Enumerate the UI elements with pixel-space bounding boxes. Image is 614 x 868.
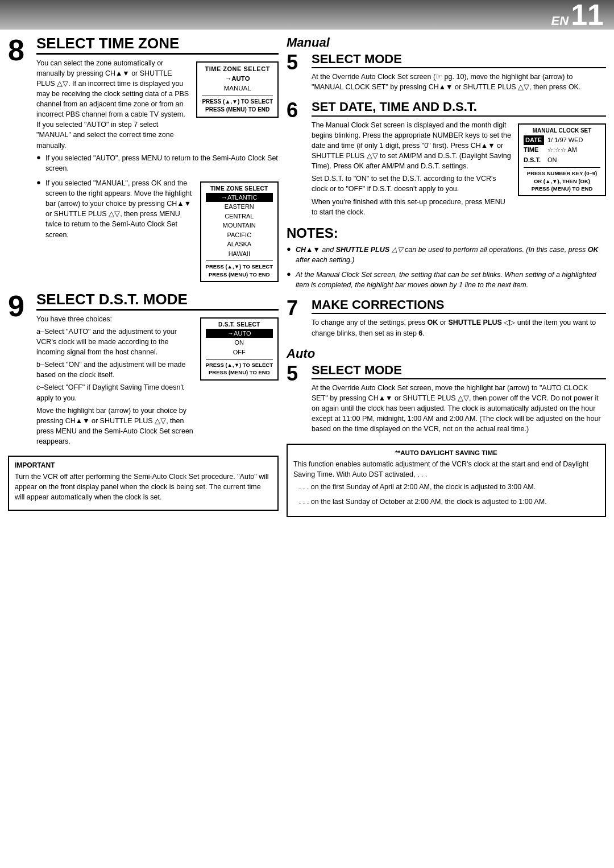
page-number: 11 (571, 0, 604, 30)
section-9-title: SELECT D.S.T. MODE (36, 291, 279, 311)
section-6-block: 6 SET DATE, TIME AND D.S.T. The Manual C… (287, 100, 606, 219)
tz-box1-footer-line2: PRESS (MENU) TO END (202, 106, 273, 114)
section-9-choice-a: a–Select "AUTO" and the adjustment to yo… (36, 326, 194, 357)
section-8-para1: You can select the zone automatically or… (36, 58, 190, 151)
dst-box-footer-line2: PRESS (MENU) TO END (206, 369, 273, 376)
mcs-time-row: TIME ☆:☆☆ AM (524, 145, 600, 155)
auto-dst-bullet1-text: . . . on the first Sunday of April at 2:… (299, 482, 536, 492)
section-9-choice-b: b–Select "ON" and the adjustment will be… (36, 359, 194, 380)
corrections-content: MAKE CORRECTIONS To change any of the se… (312, 298, 606, 340)
auto-label: Auto (287, 346, 606, 361)
section-8-bullet2-text: If you selected "MANUAL", press OK and t… (45, 178, 194, 240)
tz-box2-footer: PRESS (▲,▼) TO SELECT PRESS (MENU) TO EN… (206, 261, 273, 278)
tz-select-box-1: TIME ZONE SELECT →AUTO MANUAL PRESS (▲,▼… (196, 61, 279, 118)
tz-box2-arrow: →ATLANTIC (206, 193, 273, 202)
auto-dst-bullet2: . . . on the last Sunday of October at 2… (293, 497, 599, 509)
auto-dst-bullet2-text: . . . on the last Sunday of October at 2… (299, 497, 547, 507)
section-5-auto-title: SELECT MODE (312, 363, 606, 379)
section-6-title: SET DATE, TIME AND D.S.T. (312, 100, 606, 116)
right-column: Manual 5 SELECT MODE At the Override Aut… (287, 35, 606, 517)
mcs-date-row: DATE 1/ 1/97 WED (524, 135, 600, 146)
section-9-block: 9 SELECT D.S.T. MODE You have three choi… (8, 291, 279, 449)
mcs-footer-line2: OR (▲,▼), THEN (OK) (524, 177, 600, 185)
mcs-footer-line3: PRESS (MENU) TO END (524, 185, 600, 192)
bullet-icon-2: ● (36, 178, 42, 242)
mcs-time-value: ☆:☆☆ AM (547, 145, 577, 155)
dst-box-off: OFF (206, 348, 273, 357)
notes-bullet1: ● CH▲▼ and SHUTTLE PLUS △▽ can be used t… (287, 245, 606, 267)
section-5-auto-block: 5 SELECT MODE At the Override Auto Clock… (287, 363, 606, 437)
tz-box1-arrow: →AUTO (202, 74, 273, 84)
mcs-dst-label: D.S.T. (524, 155, 544, 166)
mcs-date-label: DATE (524, 135, 544, 146)
corrections-block: 7 MAKE CORRECTIONS To change any of the … (287, 298, 606, 340)
notes-bullet-icon-1: ● (287, 245, 292, 267)
tz-box2-central: CENTRAL (206, 212, 273, 221)
tz-box1-title: TIME ZONE SELECT (202, 65, 273, 72)
bullet-icon-1: ● (36, 153, 42, 176)
section-8-block: 8 SELECT TIME ZONE You can select the zo… (8, 35, 279, 286)
mcs-time-label: TIME (524, 145, 544, 155)
tz-box2-pacific: PACIFIC (206, 230, 273, 240)
corrections-text: To change any of the settings, press OK … (312, 317, 606, 338)
auto-dst-para1: This function enables automatic adjustme… (293, 459, 599, 480)
manual-label: Manual (287, 35, 606, 50)
mcs-footer-line1: PRESS NUMBER KEY (0–9) (524, 170, 600, 177)
tz-box2-footer-line2: PRESS (MENU) TO END (206, 271, 273, 278)
section-8-bullet2: ● If you selected "MANUAL", press OK and… (36, 178, 194, 242)
dst-box-footer: PRESS (▲,▼) TO SELECT PRESS (MENU) TO EN… (206, 359, 273, 377)
step-9-content: SELECT D.S.T. MODE You have three choice… (36, 291, 279, 449)
tz-box1-footer: PRESS (▲,▼) TO SELECT PRESS (MENU) TO EN… (202, 96, 273, 114)
dst-box-footer-line1: PRESS (▲,▼) TO SELECT (206, 361, 273, 369)
tz-box2-mountain: MOUNTAIN (206, 221, 273, 230)
step-8-number: 8 (8, 34, 24, 67)
section-6-para2: Set D.S.T. to "ON" to set the D.S.T. acc… (312, 173, 512, 194)
notes-bullet-icon-2: ● (287, 270, 292, 292)
notes-bullet2-text: At the Manual Clock Set screen, the sett… (296, 270, 606, 290)
step-5-auto-content: SELECT MODE At the Override Auto Clock S… (312, 363, 606, 437)
notes-bullet2: ● At the Manual Clock Set screen, the se… (287, 270, 606, 292)
tz-box1-footer-line1: PRESS (▲,▼) TO SELECT (202, 98, 273, 106)
dst-select-box: D.S.T. SELECT →AUTO ON OFF PRESS (▲,▼) T… (200, 317, 279, 381)
dst-box-arrow: →AUTO (206, 329, 273, 338)
step-5-manual-number: 5 (287, 51, 298, 74)
section-5-manual-title: SELECT MODE (312, 52, 606, 68)
mcs-dst-row: D.S.T. ON (524, 155, 600, 166)
tz-box1-manual: MANUAL (202, 84, 273, 93)
notes-section: NOTES: ● CH▲▼ and SHUTTLE PLUS △▽ can be… (287, 225, 606, 293)
section-8-title: SELECT TIME ZONE (36, 35, 279, 55)
section-9-para2: Move the highlight bar (arrow) to your c… (36, 406, 194, 447)
important-text: Turn the VCR off after performing the Se… (15, 472, 272, 502)
step-6-number: 6 (287, 98, 298, 122)
dst-box-title: D.S.T. SELECT (206, 321, 273, 328)
step-5-manual-content: SELECT MODE At the Override Auto Clock S… (312, 52, 606, 94)
step-9-number: 9 (8, 290, 24, 323)
mcs-title: MANUAL CLOCK SET (524, 127, 600, 134)
section-5-manual-block: 5 SELECT MODE At the Override Auto Clock… (287, 52, 606, 94)
page-number-block: EN 11 (551, 0, 604, 30)
step-6-content: SET DATE, TIME AND D.S.T. The Manual Clo… (312, 100, 606, 219)
corrections-section: 7 MAKE CORRECTIONS To change any of the … (287, 298, 606, 340)
main-content: 8 SELECT TIME ZONE You can select the zo… (0, 30, 614, 523)
section-8-bullet1: ● If you selected "AUTO", press MENU to … (36, 153, 279, 176)
mcs-date-value: 1/ 1/97 WED (547, 135, 583, 146)
step-8-content: SELECT TIME ZONE You can select the zone… (36, 35, 279, 286)
mcs-footer: PRESS NUMBER KEY (0–9) OR (▲,▼), THEN (O… (524, 167, 600, 192)
corrections-title: MAKE CORRECTIONS (312, 298, 606, 314)
section-9-para1: You have three choices: (36, 314, 194, 324)
tz-select-box-2: TIME ZONE SELECT →ATLANTIC EASTERN CENTR… (200, 181, 279, 282)
section-9-choice-c: c–Select "OFF" if Daylight Saving Time d… (36, 382, 194, 403)
section-6-para3: When you're finished with this set-up pr… (312, 197, 512, 217)
manual-clock-set-box: MANUAL CLOCK SET DATE 1/ 1/97 WED TIME ☆… (518, 123, 606, 197)
tz-box2-title: TIME ZONE SELECT (206, 185, 273, 192)
page-header: EN 11 (0, 0, 614, 30)
tz-box2-alaska: ALASKA (206, 239, 273, 249)
step-7-number: 7 (287, 296, 298, 320)
important-title: IMPORTANT (15, 461, 272, 469)
tz-box2-footer-line1: PRESS (▲,▼) TO SELECT (206, 263, 273, 270)
auto-dst-bullet1: . . . on the first Sunday of April at 2:… (293, 482, 599, 494)
important-box: IMPORTANT Turn the VCR off after perform… (8, 456, 279, 510)
section-5-auto-text: At the Override Auto Clock Set screen, m… (312, 383, 606, 435)
auto-dst-box: **AUTO DAYLIGHT SAVING TIME This functio… (287, 444, 606, 518)
dst-box-on: ON (206, 338, 273, 348)
